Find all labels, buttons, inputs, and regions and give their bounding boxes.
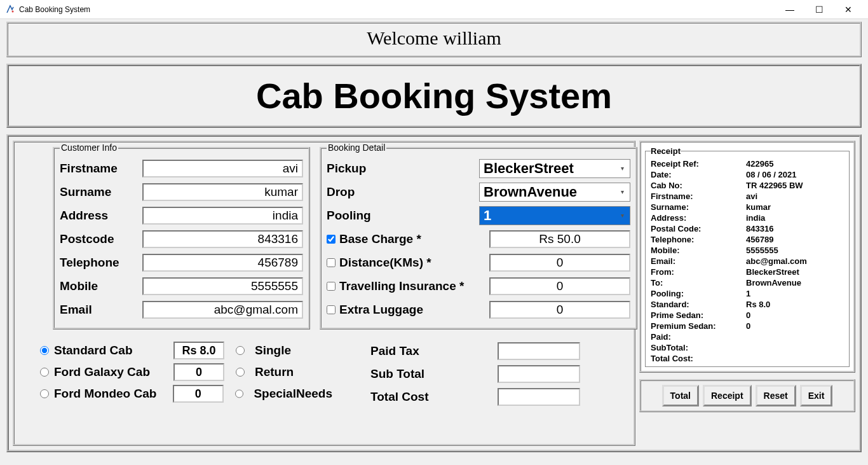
app-title: Cab Booking System — [256, 76, 612, 116]
reset-button[interactable]: Reset — [756, 385, 796, 406]
insurance-label: Travelling Insurance * — [339, 279, 485, 293]
firstname-label: Firstname — [60, 162, 142, 176]
subtotal-label: Sub Total — [370, 367, 498, 381]
pooling-label: Pooling — [327, 209, 479, 223]
standard-cab-value: Rs 8.0 — [173, 342, 224, 359]
customer-info-group: Customer Info Firstname Surname Address … — [53, 142, 310, 330]
receipt-line-value: TR 422965 BW — [746, 180, 844, 191]
receipt-legend: Receipt — [651, 146, 681, 156]
maximize-button[interactable]: ☐ — [804, 0, 834, 19]
receipt-line-value: 5555555 — [746, 245, 844, 256]
surname-input[interactable] — [142, 183, 303, 201]
totals-block: Paid Tax Sub Total Total Cost — [370, 340, 625, 408]
receipt-line-value — [746, 331, 844, 342]
receipt-line-label: Mobile: — [651, 245, 746, 256]
galaxy-cab-label: Ford Galaxy Cab — [54, 365, 168, 379]
receipt-line-label: From: — [651, 267, 746, 277]
receipt-line-value: 1 — [746, 288, 844, 299]
total-cost-label: Total Cost — [370, 390, 498, 404]
receipt-line-value: 08 / 06 / 2021 — [746, 169, 844, 180]
single-radio[interactable] — [236, 346, 245, 355]
total-button[interactable]: Total — [662, 385, 699, 406]
receipt-line-value: 0 — [746, 310, 844, 321]
address-label: Address — [60, 209, 142, 223]
app-icon — [5, 4, 15, 15]
receipt-line-value: BrownAvenue — [746, 277, 844, 288]
receipt-line-value: 843316 — [746, 223, 844, 234]
pickup-label: Pickup — [327, 162, 479, 176]
paid-tax-value — [498, 342, 580, 360]
distance-checkbox[interactable] — [327, 258, 336, 267]
luggage-checkbox[interactable] — [327, 305, 336, 314]
receipt-line-label: Cab No: — [651, 180, 746, 191]
receipt-line-label: Date: — [651, 169, 746, 180]
mobile-label: Mobile — [60, 279, 142, 293]
standard-cab-radio[interactable] — [40, 346, 49, 355]
return-radio[interactable] — [236, 368, 245, 377]
receipt-line-value: BleckerStreet — [746, 267, 844, 277]
standard-cab-label: Standard Cab — [54, 344, 168, 357]
receipt-line-label: Firstname: — [651, 191, 746, 202]
receipt-button[interactable]: Receipt — [703, 385, 752, 406]
luggage-label: Extra Luggage — [339, 303, 485, 317]
base-charge-checkbox[interactable] — [327, 235, 336, 244]
luggage-value: 0 — [489, 301, 630, 319]
telephone-input[interactable] — [142, 254, 303, 272]
receipt-line-label: Receipt Ref: — [651, 158, 746, 169]
receipt-line-label: Telephone: — [651, 234, 746, 245]
minimize-button[interactable]: — — [775, 0, 804, 19]
pickup-select[interactable]: BleckerStreet — [479, 159, 630, 178]
special-label: SpecialNeeds — [254, 387, 332, 401]
customer-legend: Customer Info — [60, 142, 118, 153]
window-title: Cab Booking System — [19, 5, 775, 14]
receipt-line-label: Prime Sedan: — [651, 310, 746, 321]
mondeo-cab-radio[interactable] — [40, 389, 49, 398]
galaxy-cab-value: 0 — [173, 363, 224, 381]
receipt-line-label: Paid: — [651, 331, 746, 342]
postcode-input[interactable] — [142, 230, 303, 248]
return-label: Return — [255, 365, 294, 379]
receipt-line-value: india — [746, 212, 844, 223]
insurance-value: 0 — [489, 277, 630, 295]
receipt-line-label: SubTotal: — [651, 342, 746, 353]
receipt-panel: Receipt Receipt Ref:422965Date: 08 / 06 … — [639, 141, 855, 373]
insurance-checkbox[interactable] — [327, 282, 336, 291]
firstname-input[interactable] — [142, 160, 303, 177]
pooling-select[interactable]: 1 — [479, 206, 630, 225]
receipt-line-value — [746, 342, 844, 353]
receipt-line-label: Address: — [651, 212, 746, 223]
receipt-line-label: Surname: — [651, 202, 746, 212]
exit-button[interactable]: Exit — [800, 385, 833, 406]
single-label: Single — [255, 344, 291, 357]
receipt-line-value: 422965 — [746, 158, 844, 169]
receipt-line-value: avi — [746, 191, 844, 202]
titlebar: Cab Booking System — ☐ ✕ — [0, 0, 868, 19]
distance-label: Distance(KMs) * — [339, 256, 485, 270]
receipt-line-label: Pooling: — [651, 288, 746, 299]
telephone-label: Telephone — [60, 256, 142, 270]
mondeo-cab-value: 0 — [173, 385, 224, 403]
mobile-input[interactable] — [142, 277, 303, 295]
booking-detail-group: Booking Detail Pickup BleckerStreet▾ Dro… — [320, 142, 637, 330]
app-title-panel: Cab Booking System — [6, 64, 862, 128]
main-panel: Customer Info Firstname Surname Address … — [6, 134, 862, 452]
mondeo-cab-label: Ford Mondeo Cab — [54, 387, 168, 401]
email-label: Email — [60, 303, 142, 317]
receipt-content: Receipt Ref:422965Date: 08 / 06 / 2021Ca… — [651, 158, 844, 364]
receipt-line-label: To: — [651, 277, 746, 288]
close-button[interactable]: ✕ — [834, 0, 863, 19]
receipt-line-value: kumar — [746, 202, 844, 212]
left-column: Customer Info Firstname Surname Address … — [13, 141, 635, 446]
drop-select[interactable]: BrownAvenue — [479, 183, 630, 202]
address-input[interactable] — [142, 207, 303, 225]
email-input[interactable] — [142, 301, 303, 319]
special-radio[interactable] — [235, 389, 244, 398]
surname-label: Surname — [60, 185, 142, 199]
receipt-line-label: Postal Code: — [651, 223, 746, 234]
booking-legend: Booking Detail — [327, 142, 386, 153]
subtotal-value — [498, 365, 580, 383]
galaxy-cab-radio[interactable] — [40, 368, 49, 377]
cab-selection-block: Standard Cab Rs 8.0 Single Ford Galaxy C… — [40, 340, 332, 405]
drop-label: Drop — [327, 185, 479, 199]
receipt-line-value: 0 — [746, 321, 844, 331]
